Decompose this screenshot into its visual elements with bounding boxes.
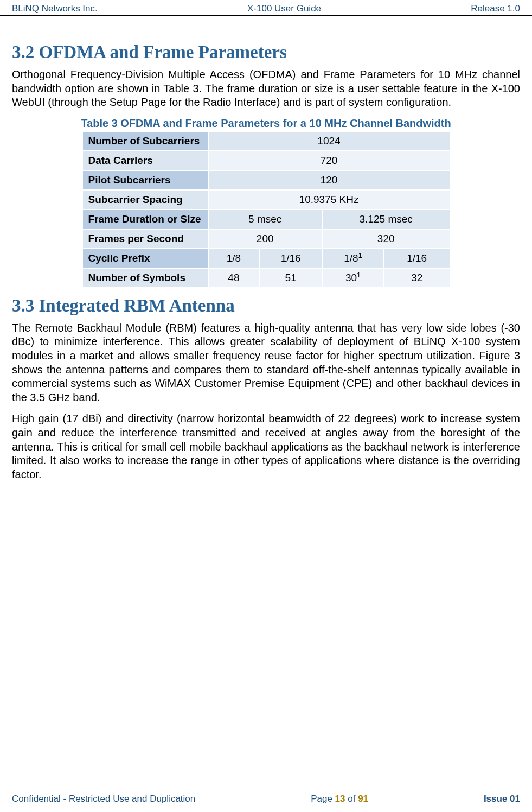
row-value: 720 xyxy=(208,151,450,170)
section-3-3-paragraph-2: High gain (17 dBi) and directivity (narr… xyxy=(12,412,520,481)
header-center: X-100 User Guide xyxy=(247,3,321,14)
section-3-3-heading: 3.3 Integrated RBM Antenna xyxy=(12,296,520,316)
section-3-2-heading: 3.2 OFDMA and Frame Parameters xyxy=(12,42,520,62)
row-value: 200 xyxy=(208,229,322,249)
row-value: 1/16 xyxy=(384,249,450,268)
table-row: Pilot Subcarriers 120 xyxy=(82,170,450,190)
row-label: Frames per Second xyxy=(82,229,208,249)
cell-superscript: 1 xyxy=(357,271,361,278)
section-3-2-paragraph: Orthogonal Frequency-Division Multiple A… xyxy=(12,68,520,110)
row-value: 320 xyxy=(322,229,450,249)
page-footer: Confidential - Restricted Use and Duplic… xyxy=(12,794,520,804)
footer-page-total: 91 xyxy=(358,794,368,804)
table-row: Number of Subcarriers 1024 xyxy=(82,131,450,151)
footer-rule xyxy=(12,788,520,788)
row-value: 32 xyxy=(384,268,450,288)
header-right: Release 1.0 xyxy=(471,3,520,14)
row-label: Frame Duration or Size xyxy=(82,210,208,229)
row-label: Cyclic Prefix xyxy=(82,249,208,268)
row-label: Number of Subcarriers xyxy=(82,131,208,151)
row-value: 1/8 xyxy=(208,249,260,268)
header-left: BLiNQ Networks Inc. xyxy=(12,3,98,14)
row-value: 48 xyxy=(208,268,260,288)
table-row: Cyclic Prefix 1/8 1/16 1/81 1/16 xyxy=(82,249,450,268)
row-value: 1/81 xyxy=(322,249,384,268)
page-header: BLiNQ Networks Inc. X-100 User Guide Rel… xyxy=(0,0,532,16)
table-row: Subcarrier Spacing 10.9375 KHz xyxy=(82,190,450,210)
ofdma-table: Number of Subcarriers 1024 Data Carriers… xyxy=(82,131,451,288)
row-label: Data Carriers xyxy=(82,151,208,170)
row-label: Pilot Subcarriers xyxy=(82,170,208,190)
cell-base: 30 xyxy=(345,272,357,283)
table-row: Frames per Second 200 320 xyxy=(82,229,450,249)
footer-page-number: 13 xyxy=(335,794,345,804)
table-3-caption: Table 3 OFDMA and Frame Parameters for a… xyxy=(12,117,520,130)
table-row: Frame Duration or Size 5 msec 3.125 msec xyxy=(82,210,450,229)
footer-left: Confidential - Restricted Use and Duplic… xyxy=(12,794,195,804)
row-value: 120 xyxy=(208,170,450,190)
row-value: 301 xyxy=(322,268,384,288)
footer-page-mid: of xyxy=(345,794,358,804)
footer-center: Page 13 of 91 xyxy=(311,794,368,804)
cell-base: 1/8 xyxy=(344,252,358,264)
row-value: 10.9375 KHz xyxy=(208,190,450,210)
table-row: Number of Symbols 48 51 301 32 xyxy=(82,268,450,288)
row-value: 5 msec xyxy=(208,210,322,229)
row-label: Number of Symbols xyxy=(82,268,208,288)
row-label: Subcarrier Spacing xyxy=(82,190,208,210)
row-value: 51 xyxy=(259,268,322,288)
row-value: 3.125 msec xyxy=(322,210,450,229)
footer-right: Issue 01 xyxy=(484,794,520,804)
content-area: 3.2 OFDMA and Frame Parameters Orthogona… xyxy=(12,35,520,489)
row-value: 1/16 xyxy=(259,249,322,268)
section-3-3-paragraph-1: The Remote Backhaul Module (RBM) feature… xyxy=(12,321,520,405)
row-value: 1024 xyxy=(208,131,450,151)
cell-superscript: 1 xyxy=(358,251,362,259)
footer-page-pre: Page xyxy=(311,794,335,804)
table-row: Data Carriers 720 xyxy=(82,151,450,170)
